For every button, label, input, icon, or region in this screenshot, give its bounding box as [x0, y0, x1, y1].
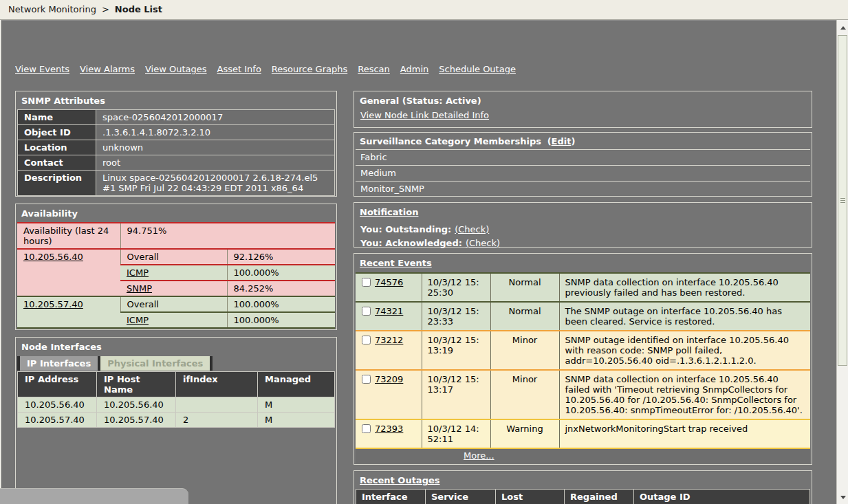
ip-interface-cell: M	[258, 397, 335, 413]
service-name-cell: ICMP	[120, 265, 227, 281]
snmp-attr-value: root	[96, 155, 335, 171]
scroll-up-button[interactable]	[838, 23, 848, 33]
service-name-cell: Overall	[120, 249, 227, 265]
surveillance-edit-close: )	[571, 136, 575, 146]
tab-ip-interfaces[interactable]: IP Interfaces	[17, 356, 98, 371]
surveillance-title: Surveillance Category Memberships	[360, 136, 541, 146]
service-link-icmp[interactable]: ICMP	[127, 267, 149, 278]
interface-link-10-205-57-40[interactable]: 10.205.57.40	[23, 299, 83, 309]
more-events-link[interactable]: More...	[464, 450, 494, 461]
event-date: 10/3/12 14:52:11	[422, 419, 490, 448]
general-section: General (Status: Active) View Node Link …	[354, 91, 812, 128]
service-link-snmp[interactable]: SNMP	[127, 283, 152, 294]
breadcrumb-current-page: Node List	[115, 4, 162, 14]
toolbar-link-view-alarms[interactable]: View Alarms	[80, 64, 135, 74]
ip-table-header-ip-host-name: IP Host Name	[97, 372, 176, 397]
event-id-link[interactable]: 73212	[375, 335, 403, 345]
service-link-icmp[interactable]: ICMP	[127, 315, 149, 325]
event-message: SNMP data collection on interface 10.205…	[559, 370, 810, 419]
event-id-link[interactable]: 72393	[375, 424, 403, 434]
outage-header-service: Service	[426, 490, 496, 504]
interface-link-10-205-56-40[interactable]: 10.205.56.40	[23, 252, 83, 262]
snmp-attr-label: Location	[18, 140, 96, 155]
scrollbar-thumb[interactable]	[838, 35, 847, 366]
node-toolbar: View EventsView AlarmsView OutagesAsset …	[15, 64, 526, 74]
notification-title-link[interactable]: Notification	[360, 207, 418, 217]
breadcrumb-app[interactable]: Network Monitoring	[8, 4, 96, 14]
event-message: SNMP outage identified on interface 10.2…	[559, 331, 810, 370]
notification-check-link[interactable]: (Check)	[455, 224, 489, 234]
category-row-fabric: Fabric	[356, 149, 810, 165]
event-severity: Warning	[490, 419, 559, 448]
toolbar-link-rescan[interactable]: Rescan	[358, 64, 390, 74]
service-availability-value: 100.000%	[227, 296, 335, 312]
event-checkbox[interactable]	[362, 307, 371, 316]
event-checkbox[interactable]	[362, 375, 371, 384]
node-interfaces-title: Node Interfaces	[17, 339, 335, 355]
ip-interface-cell: 10.205.56.40	[18, 397, 97, 413]
events-footer-row: More...	[356, 448, 810, 463]
view-node-link-detailed-info-link[interactable]: View Node Link Detailed Info	[360, 110, 489, 120]
notification-check-link[interactable]: (Check)	[466, 238, 500, 248]
event-row-73209: 7320910/3/12 15:13:17MinorSNMP data coll…	[356, 370, 810, 419]
down-arrow-icon	[840, 496, 846, 499]
recent-outages-section: Recent Outages InterfaceServiceLostRegai…	[354, 470, 812, 504]
ip-table-header-ip-address: IP Address	[18, 372, 97, 397]
event-date: 10/3/12 15:23:33	[422, 302, 490, 331]
event-row-73212: 7321210/3/12 15:13:19MinorSNMP outage id…	[356, 331, 810, 370]
event-severity: Normal	[490, 273, 559, 302]
service-availability-value: 100.000%	[227, 265, 335, 281]
toolbar-link-asset-info[interactable]: Asset Info	[217, 64, 261, 74]
general-title: General (Status: Active)	[356, 93, 810, 107]
event-id-link[interactable]: 73209	[375, 374, 403, 384]
toolbar-link-view-events[interactable]: View Events	[15, 64, 69, 74]
availability-service-row: 10.205.57.40Overall100.000%	[17, 296, 335, 312]
availability-title: Availability	[17, 206, 335, 222]
availability-table: Availability (last 24 hours)94.751%10.20…	[17, 222, 335, 329]
notification-line: You: Acknowledged:(Check)	[360, 237, 810, 249]
category-row-monitor-snmp: Monitor_SNMP	[356, 181, 810, 197]
recent-events-title-link[interactable]: Recent Events	[360, 258, 432, 268]
snmp-attr-row-description: DescriptionLinux space-0256042012000017 …	[18, 171, 335, 196]
outage-header-interface: Interface	[356, 490, 426, 504]
ip-interface-cell: 10.205.56.40	[97, 397, 176, 413]
toolbar-link-view-outages[interactable]: View Outages	[145, 64, 207, 74]
toolbar-link-admin[interactable]: Admin	[400, 64, 428, 74]
snmp-attr-row-location: Locationunknown	[18, 140, 335, 155]
availability-section: Availability Availability (last 24 hours…	[15, 204, 337, 330]
event-select-cell: 73209	[356, 370, 422, 419]
service-name-cell: SNMP	[120, 281, 227, 296]
toolbar-link-resource-graphs[interactable]: Resource Graphs	[272, 64, 347, 74]
availability-interface-cell: 10.205.57.40	[17, 296, 120, 328]
vertical-scrollbar[interactable]	[836, 20, 848, 504]
availability-summary-row: Availability (last 24 hours)94.751%	[17, 223, 335, 249]
notification-label: You: Outstanding:	[360, 224, 451, 234]
outage-header-outage-id: Outage ID	[634, 490, 810, 504]
event-checkbox[interactable]	[362, 424, 371, 433]
tab-physical-interfaces[interactable]: Physical Interfaces	[98, 356, 213, 371]
event-checkbox[interactable]	[362, 336, 371, 344]
surveillance-edit-link[interactable]: Edit	[552, 136, 572, 146]
ip-interface-row: 10.205.57.4010.205.57.402M	[18, 413, 335, 428]
snmp-attr-value: .1.3.6.1.4.1.8072.3.2.10	[96, 125, 335, 140]
event-date: 10/3/12 15:13:19	[422, 331, 490, 370]
scroll-down-button[interactable]	[838, 492, 848, 503]
ip-interface-cell: M	[258, 413, 335, 428]
notification-section: Notification You: Outstanding:(Check)You…	[354, 202, 812, 248]
recent-outages-title-link[interactable]: Recent Outages	[360, 475, 440, 485]
ip-interfaces-table: IP AddressIP Host NameifIndexManaged 10.…	[17, 371, 335, 428]
event-checkbox[interactable]	[362, 278, 371, 287]
surveillance-category-list: FabricMediumMonitor_SNMP	[356, 149, 810, 197]
event-id-link[interactable]: 74321	[375, 306, 403, 316]
events-footer-cell: More...	[356, 448, 810, 463]
event-message: The SNMP outage on interface 10.205.56.4…	[559, 302, 810, 331]
snmp-attr-row-contact: Contactroot	[18, 155, 335, 171]
event-id-link[interactable]: 74576	[375, 277, 403, 287]
event-row-74576: 7457610/3/12 15:25:30NormalSNMP data col…	[356, 273, 810, 302]
notification-line: You: Outstanding:(Check)	[360, 223, 810, 235]
toolbar-link-schedule-outage[interactable]: Schedule Outage	[439, 64, 516, 74]
availability-interface-cell: 10.205.56.40	[17, 249, 120, 296]
service-availability-value: 100.000%	[227, 312, 335, 328]
snmp-attributes-table: Namespace-0256042012000017Object ID.1.3.…	[17, 109, 335, 196]
snmp-attr-label: Object ID	[18, 125, 96, 140]
